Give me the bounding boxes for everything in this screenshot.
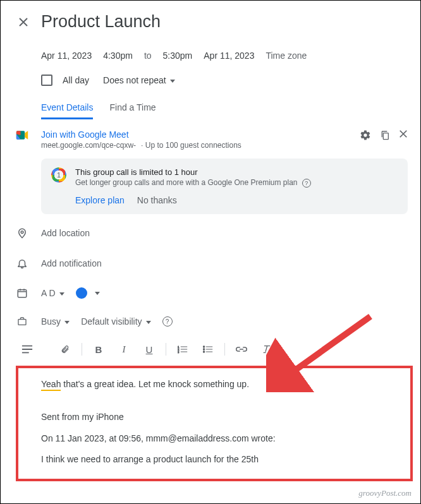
recurrence-dropdown[interactable]: Does not repeat [103,75,175,85]
start-date[interactable]: Apr 11, 2023 [41,51,92,61]
bell-icon [16,257,28,270]
numbered-list-icon[interactable]: 123 [171,339,194,359]
bold-icon[interactable]: B [87,339,110,359]
allday-label: All day [63,75,89,85]
add-location-button[interactable]: Add location [41,228,90,238]
bullet-list-icon[interactable] [197,339,219,359]
meet-remove-icon[interactable] [399,129,408,141]
svg-point-8 [203,349,204,350]
link-icon[interactable] [230,339,253,359]
desc-line1-word: Yeah [41,379,61,391]
end-time[interactable]: 5:30pm [163,51,193,61]
location-icon [16,227,28,239]
svg-rect-2 [18,290,27,297]
description-icon [16,339,39,359]
watermark: groovyPost.com [358,488,412,498]
description-editor[interactable]: Yeah that's a great idea. Let me knock s… [16,366,413,481]
meet-url: meet.google.com/qce-cqxw- [41,141,136,150]
help-icon[interactable]: ? [302,179,311,188]
timezone-button[interactable]: Time zone [265,51,307,61]
start-time[interactable]: 4:30pm [103,51,133,61]
to-label: to [144,51,152,61]
visibility-dropdown[interactable]: Default visibility [81,316,150,327]
promo-subtitle: Get longer group calls and more with a G… [75,178,298,187]
desc-quote-body: I think we need to arrange a product lau… [41,452,400,467]
close-icon[interactable] [17,16,30,28]
tab-find-time[interactable]: Find a Time [109,97,156,119]
italic-icon[interactable]: I [113,339,135,359]
color-dot [76,287,87,299]
end-date[interactable]: Apr 11, 2023 [204,51,254,61]
google-meet-icon [16,129,28,141]
calendar-owner-dropdown[interactable]: A D [41,288,64,298]
calendar-icon [16,287,28,299]
allday-checkbox[interactable] [41,75,52,86]
event-title[interactable]: Product Launch [41,12,161,32]
svg-text:3: 3 [178,351,180,354]
join-meet-link[interactable]: Join with Google Meet [41,129,347,140]
no-thanks-button[interactable]: No thanks [137,195,177,205]
desc-signature: Sent from my iPhone [41,410,400,425]
underline-icon[interactable]: U [138,339,161,359]
google-one-promo: 1 This group call is limited to 1 hour G… [41,159,408,214]
svg-rect-3 [18,320,26,325]
desc-line1-rest: that's a great idea. Let me knock someth… [61,379,249,389]
add-notification-button[interactable]: Add notification [41,258,102,268]
briefcase-icon [16,316,28,327]
meet-guest-limit: · Up to 100 guest connections [141,141,241,150]
svg-point-9 [203,351,204,352]
event-color-dropdown[interactable] [76,287,100,299]
meet-settings-icon[interactable] [360,129,371,141]
visibility-help-icon[interactable]: ? [162,316,173,327]
clear-format-icon[interactable] [255,339,278,359]
attachment-icon[interactable] [54,339,76,359]
desc-quote-header: On 11 Jan 2023, at 09:56, mmm@emailaddre… [41,431,400,447]
meet-copy-icon[interactable] [380,129,390,141]
svg-rect-0 [383,133,388,140]
tab-event-details[interactable]: Event Details [41,97,93,119]
availability-dropdown[interactable]: Busy [41,316,70,327]
svg-point-1 [21,231,23,234]
svg-point-7 [203,346,204,347]
promo-title: This group call is limited to 1 hour [75,167,398,177]
explore-plan-button[interactable]: Explore plan [75,195,125,205]
